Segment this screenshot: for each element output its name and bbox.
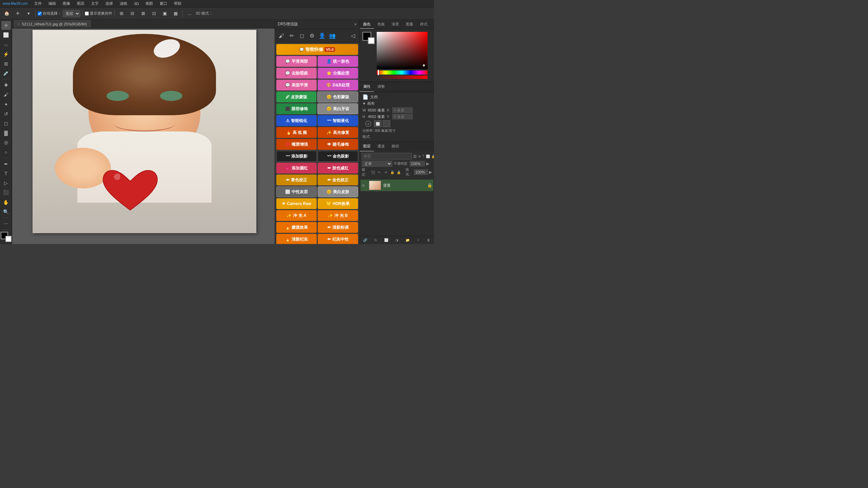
layer-filter-shape-icon[interactable]: ⬜: [426, 154, 430, 159]
gradient-tool[interactable]: ▓: [1, 128, 11, 137]
menu-3d[interactable]: 3D: [133, 1, 140, 6]
layer-item-bg[interactable]: 👁 背景 🔒: [360, 180, 433, 191]
menu-filter[interactable]: 滤镜: [118, 0, 129, 7]
zoom-tool[interactable]: 🔍: [1, 207, 11, 216]
dodge-tool[interactable]: ○: [1, 148, 11, 157]
eraser-tool[interactable]: ◻: [1, 119, 11, 128]
dr5-brush-tool[interactable]: 🖌: [276, 31, 287, 41]
lock-image-icon[interactable]: ✏: [377, 169, 382, 175]
menu-text[interactable]: 文字: [90, 0, 100, 7]
opacity-expand-icon[interactable]: ▶: [426, 161, 429, 166]
shape-tool[interactable]: ⬛: [1, 188, 11, 197]
hue-slider[interactable]: [378, 70, 379, 75]
high-low-freq-btn[interactable]: 🔥 高 低 频: [276, 127, 317, 138]
layer-filter-text-icon[interactable]: T: [422, 154, 425, 159]
layer-group-btn[interactable]: 📁: [405, 238, 410, 243]
show-transform-checkbox[interactable]: 显示变换控件: [85, 11, 112, 16]
lasso-tool[interactable]: ⌓: [1, 40, 11, 49]
hand-tool[interactable]: ✋: [1, 198, 11, 207]
eyedropper-tool[interactable]: 💉: [1, 69, 11, 78]
canvas-section-header[interactable]: ▼ 画布: [362, 101, 431, 106]
dr5-settings-tool[interactable]: ⚙: [307, 31, 317, 41]
crop-tool[interactable]: ⊞: [1, 59, 11, 68]
neutral-gray-btn[interactable]: ⬜ 中性灰层: [276, 186, 317, 197]
opacity-input[interactable]: [410, 161, 425, 166]
lip-enhance-btn[interactable]: 💋 嘴唇增强: [276, 139, 317, 150]
flash-b-btn[interactable]: ✨ 冲 光 B: [318, 210, 358, 221]
smart-sharpen-btn[interactable]: ⚠ 智能锐化: [276, 115, 317, 126]
add-blush-btn[interactable]: 💗 添加腮红: [276, 163, 317, 174]
dr5-close-icon[interactable]: ×: [354, 22, 357, 27]
canvas-toggle[interactable]: ▼ 画布: [362, 101, 375, 106]
brush-tool[interactable]: 🖌: [1, 90, 11, 99]
dr5-pencil-tool[interactable]: ✏: [287, 31, 297, 41]
gold-eyeshadow-btn[interactable]: 〰 金色眼影: [318, 151, 358, 162]
lock-artboard-icon[interactable]: 🔒: [390, 169, 395, 175]
history-brush[interactable]: ↺: [1, 109, 11, 118]
whiten-skin-btn[interactable]: 😊 美白皮肤: [318, 186, 358, 197]
color-gradient-picker[interactable]: [377, 32, 428, 69]
eye-retouch-btn[interactable]: ⬛ 眼部修饰: [276, 103, 316, 114]
skin-mask-btn[interactable]: 🖊 皮肤蒙版: [276, 92, 316, 102]
align-top[interactable]: ⊡: [149, 9, 159, 18]
tab-styles[interactable]: 样式: [417, 20, 431, 29]
tab-gradient[interactable]: 渐变: [388, 20, 402, 29]
layer-delete-btn[interactable]: 🗑: [426, 238, 431, 243]
path-select[interactable]: ▷: [1, 179, 11, 187]
layer-link-btn[interactable]: 🔗: [362, 238, 368, 243]
tab-layers[interactable]: 图层: [360, 142, 374, 151]
smart-fix-btn[interactable]: 💬 智能快修 V5.0: [276, 44, 358, 55]
real-neutral-btn[interactable]: ✏ 纪实中性: [318, 234, 358, 244]
tab-paths[interactable]: 路径: [388, 142, 402, 151]
link-proportions-icon[interactable]: ∞: [365, 121, 371, 127]
smooth-local-btn[interactable]: 💬 平滑局部: [276, 56, 317, 67]
canvas-icon-2[interactable]: ⬛: [383, 120, 390, 127]
hdr-btn[interactable]: 💛 HDR效果: [318, 198, 358, 209]
document-tab[interactable]: × 52112_HINeb7U1.jpg @ 25%(RGB/8#): [14, 20, 91, 27]
move-tool-option[interactable]: ✛: [13, 9, 22, 18]
fill-expand-icon[interactable]: ▶: [429, 170, 432, 175]
align-bottom[interactable]: ▦: [171, 9, 180, 18]
menu-file[interactable]: 文件: [33, 0, 43, 7]
text-tool[interactable]: T: [1, 169, 11, 178]
dr5-expand-icon[interactable]: ◁: [348, 31, 358, 41]
menu-image[interactable]: 图像: [61, 0, 72, 7]
dr5-eraser-tool[interactable]: ◻: [297, 31, 307, 41]
auto-select-type[interactable]: 图层: [63, 10, 80, 17]
teeth-whiten-btn[interactable]: 😊 美白牙齿: [317, 103, 358, 114]
menu-window[interactable]: 窗口: [158, 0, 169, 7]
heal-brush[interactable]: ✚: [1, 81, 11, 89]
color-picker-cursor[interactable]: [423, 64, 425, 66]
move-tool[interactable]: ✛: [1, 21, 11, 30]
magic-wand[interactable]: ⚡: [1, 50, 11, 59]
fg-bg-colors[interactable]: [362, 32, 375, 44]
background-swatch[interactable]: [368, 37, 375, 44]
surface-smooth-btn[interactable]: 💬 表面平滑: [276, 80, 317, 90]
close-tab-icon[interactable]: ×: [18, 22, 20, 26]
dr5-person-tool[interactable]: 👤: [317, 31, 327, 41]
reduce-red-btn[interactable]: ✏ 肤色减红: [318, 163, 358, 174]
layer-fx-btn[interactable]: fx: [373, 238, 378, 243]
lock-all-icon[interactable]: 🔒: [396, 169, 401, 175]
layer-search-input[interactable]: [362, 153, 412, 160]
pen-tool[interactable]: ✒: [1, 160, 11, 168]
y-input[interactable]: [392, 114, 413, 119]
dnb-btn[interactable]: 🎨 D&B处理: [318, 80, 358, 90]
alpha-spectrum[interactable]: [377, 76, 428, 79]
unify-skin-btn[interactable]: 👤 统一肤色: [318, 56, 358, 67]
tab-color[interactable]: 颜色: [360, 20, 374, 29]
layer-filter-lock-icon[interactable]: 🔒: [431, 154, 434, 159]
tab-swatches[interactable]: 色板: [374, 20, 388, 29]
home-button[interactable]: 🏠: [2, 9, 12, 18]
fresh-real-btn[interactable]: 🔥 清新纪实: [276, 234, 317, 244]
camera-raw-btn[interactable]: ☀ Camera Raw: [276, 198, 317, 209]
align-right[interactable]: ⊠: [138, 9, 148, 18]
color-picker-area[interactable]: [1, 232, 12, 242]
lock-position-icon[interactable]: ✛: [383, 169, 388, 175]
align-center-h[interactable]: ⊟: [127, 9, 137, 18]
align-center-v[interactable]: ▣: [160, 9, 170, 18]
layer-new-btn[interactable]: +: [415, 238, 421, 243]
blending-mode-select[interactable]: 正常: [362, 161, 392, 167]
stamp-tool[interactable]: ✦: [1, 100, 11, 109]
hue-spectrum[interactable]: [377, 70, 428, 75]
